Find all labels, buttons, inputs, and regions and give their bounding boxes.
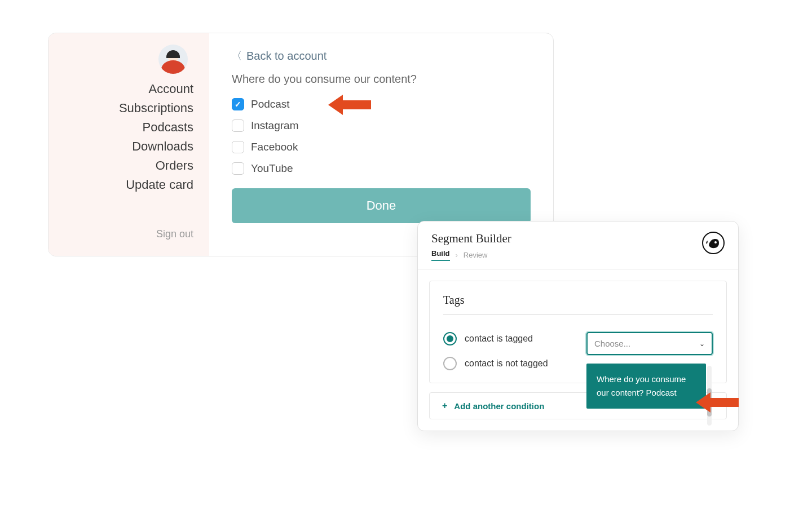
condition-box: Tags contact is tagged contact is not ta…	[429, 281, 727, 383]
account-sidebar: Account Subscriptions Podcasts Downloads…	[48, 33, 209, 256]
check-icon: ✓	[235, 100, 241, 109]
option-facebook[interactable]: Facebook	[232, 141, 531, 153]
annotation-arrow-icon	[695, 390, 740, 415]
options-list: ✓ Podcast Instagram Facebook YouTube	[232, 98, 531, 175]
done-button[interactable]: Done	[232, 188, 531, 223]
select-placeholder: Choose...	[594, 339, 630, 348]
radio-input[interactable]	[443, 357, 457, 370]
checkbox-podcast[interactable]: ✓	[232, 98, 244, 110]
tab-build[interactable]: Build	[431, 249, 450, 261]
dropdown-option[interactable]: Where do you consume our content? Podcas…	[586, 364, 706, 409]
tag-select-wrap: Choose... ⌄ Where do you consume our con…	[586, 332, 713, 355]
svg-marker-3	[696, 392, 739, 413]
back-link-label: Back to account	[246, 50, 326, 63]
radio-tagged[interactable]: contact is tagged	[443, 332, 575, 345]
segment-builder-card: Segment Builder Build › Review Tags cont…	[417, 221, 739, 431]
checkbox-instagram[interactable]	[232, 119, 244, 132]
option-label: Podcast	[251, 98, 290, 110]
nav-list: Account Subscriptions Podcasts Downloads…	[119, 82, 193, 192]
chevron-left-icon: 〈	[232, 49, 242, 63]
tag-select[interactable]: Choose... ⌄	[586, 332, 713, 355]
option-label: Facebook	[251, 141, 298, 153]
svg-point-2	[714, 241, 717, 243]
nav-subscriptions[interactable]: Subscriptions	[119, 101, 193, 116]
segment-title: Segment Builder	[431, 232, 511, 246]
nav-account[interactable]: Account	[149, 82, 194, 96]
nav-update-card[interactable]: Update card	[126, 178, 193, 192]
checkbox-youtube[interactable]	[232, 162, 244, 175]
radio-input[interactable]	[443, 332, 457, 345]
segment-tabs: Build › Review	[431, 249, 511, 261]
option-youtube[interactable]: YouTube	[232, 162, 531, 175]
sign-out-link[interactable]: Sign out	[156, 228, 193, 245]
nav-downloads[interactable]: Downloads	[132, 139, 193, 154]
question-text: Where do you consume our content?	[232, 73, 531, 86]
annotation-arrow-icon	[327, 92, 372, 117]
checkbox-facebook[interactable]	[232, 141, 244, 153]
radio-label: contact is tagged	[465, 334, 533, 344]
svg-marker-0	[328, 95, 371, 115]
add-condition-label: Add another condition	[454, 401, 544, 411]
segment-header: Segment Builder Build › Review	[418, 222, 738, 261]
section-title-tags: Tags	[443, 294, 713, 315]
radio-group: contact is tagged contact is not tagged	[443, 332, 575, 370]
option-instagram[interactable]: Instagram	[232, 119, 531, 132]
chevron-down-icon: ⌄	[699, 340, 705, 348]
option-label: Instagram	[251, 119, 298, 132]
nav-podcasts[interactable]: Podcasts	[143, 120, 194, 135]
tab-review[interactable]: Review	[464, 251, 488, 259]
nav-orders[interactable]: Orders	[156, 158, 193, 173]
chevron-right-icon: ›	[456, 251, 458, 259]
back-link[interactable]: 〈 Back to account	[232, 49, 531, 63]
plus-icon: +	[442, 401, 447, 411]
avatar	[158, 45, 188, 74]
mailchimp-logo-icon	[702, 232, 725, 254]
segment-body: Tags contact is tagged contact is not ta…	[418, 269, 738, 431]
radio-not-tagged[interactable]: contact is not tagged	[443, 357, 575, 370]
radio-label: contact is not tagged	[465, 358, 548, 369]
option-podcast[interactable]: ✓ Podcast	[232, 98, 531, 110]
option-label: YouTube	[251, 162, 293, 175]
